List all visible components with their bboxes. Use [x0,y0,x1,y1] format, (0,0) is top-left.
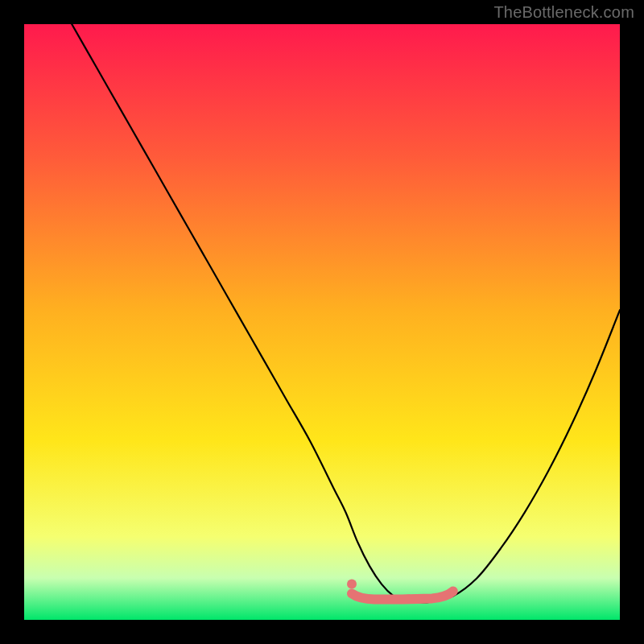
bottleneck-chart [24,24,620,620]
gradient-background [24,24,620,620]
optimal-point-dot [347,580,357,589]
attribution-text: TheBottleneck.com [493,3,634,22]
